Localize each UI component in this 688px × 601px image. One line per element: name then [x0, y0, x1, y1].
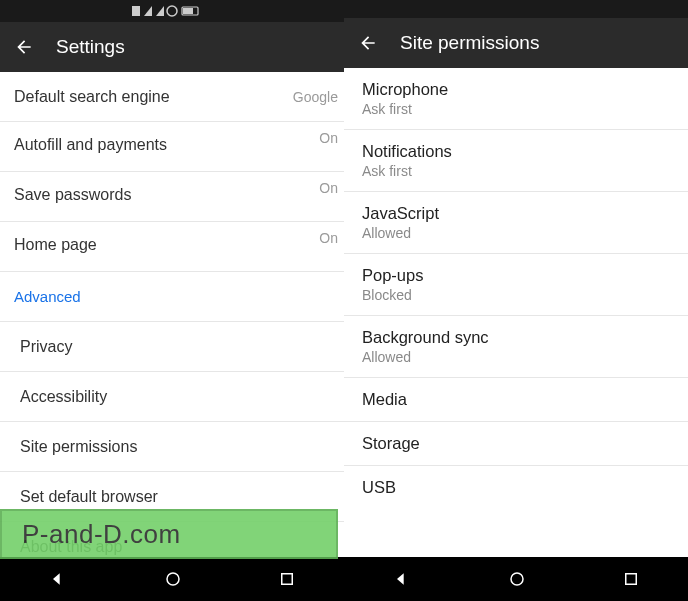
perm-notifications[interactable]: Notifications Ask first — [344, 130, 688, 192]
sub: Ask first — [362, 101, 670, 117]
perm-javascript[interactable]: JavaScript Allowed — [344, 192, 688, 254]
value: On — [319, 180, 338, 196]
settings-screen: Settings Default search engine Google Au… — [0, 0, 344, 601]
label: Autofill and payments — [14, 136, 167, 154]
sub: Blocked — [362, 287, 670, 303]
page-title: Site permissions — [400, 32, 539, 54]
nav-recent-icon[interactable] — [278, 570, 296, 588]
page-title: Settings — [56, 36, 125, 58]
svg-rect-5 — [282, 574, 293, 585]
app-bar: Settings — [0, 22, 344, 72]
app-bar: Site permissions — [344, 18, 688, 68]
value: On — [319, 130, 338, 146]
permissions-list: Microphone Ask first Notifications Ask f… — [344, 68, 688, 509]
value: On — [319, 230, 338, 246]
label: Advanced — [14, 288, 81, 305]
perm-popups[interactable]: Pop-ups Blocked — [344, 254, 688, 316]
nav-back-icon[interactable] — [48, 569, 68, 589]
perm-microphone[interactable]: Microphone Ask first — [344, 68, 688, 130]
site-permissions-screen: Site permissions Microphone Ask first No… — [344, 0, 688, 601]
nav-bar — [0, 557, 344, 601]
label: Background sync — [362, 328, 670, 347]
nav-recent-icon[interactable] — [622, 570, 640, 588]
label: Save passwords — [14, 186, 131, 204]
svg-rect-0 — [132, 6, 140, 16]
status-icons — [132, 4, 212, 18]
perm-media[interactable]: Media — [344, 378, 688, 422]
row-site-permissions[interactable]: Site permissions — [0, 422, 344, 472]
svg-rect-7 — [626, 574, 637, 585]
svg-point-4 — [167, 573, 179, 585]
status-bar — [344, 0, 688, 18]
sub: Allowed — [362, 225, 670, 241]
settings-list: Default search engine Google Autofill an… — [0, 72, 344, 572]
label: Site permissions — [14, 438, 137, 456]
label: About this app — [14, 538, 122, 556]
status-bar — [0, 0, 344, 22]
label: Home page — [14, 236, 97, 254]
svg-rect-3 — [183, 8, 193, 14]
row-search-engine[interactable]: Default search engine Google — [0, 72, 344, 122]
section-advanced: Advanced — [0, 272, 344, 322]
svg-point-6 — [511, 573, 523, 585]
label: Media — [362, 390, 670, 409]
nav-bar — [344, 557, 688, 601]
label: Privacy — [14, 338, 72, 356]
label: Default search engine — [14, 88, 170, 106]
perm-storage[interactable]: Storage — [344, 422, 688, 466]
perm-background-sync[interactable]: Background sync Allowed — [344, 316, 688, 378]
value: Google — [293, 89, 338, 105]
label: Pop-ups — [362, 266, 670, 285]
label: USB — [362, 478, 670, 497]
nav-home-icon[interactable] — [508, 570, 526, 588]
row-privacy[interactable]: Privacy — [0, 322, 344, 372]
label: Accessibility — [14, 388, 107, 406]
label: Storage — [362, 434, 670, 453]
label: Notifications — [362, 142, 670, 161]
sub: Allowed — [362, 349, 670, 365]
label: JavaScript — [362, 204, 670, 223]
svg-point-1 — [167, 6, 177, 16]
back-icon[interactable] — [358, 33, 378, 53]
row-save-passwords[interactable]: Save passwords On — [0, 172, 344, 222]
back-icon[interactable] — [14, 37, 34, 57]
row-home-page[interactable]: Home page On — [0, 222, 344, 272]
perm-usb[interactable]: USB — [344, 466, 688, 509]
row-accessibility[interactable]: Accessibility — [0, 372, 344, 422]
row-autofill[interactable]: Autofill and payments On — [0, 122, 344, 172]
nav-back-icon[interactable] — [392, 569, 412, 589]
sub: Ask first — [362, 163, 670, 179]
nav-home-icon[interactable] — [164, 570, 182, 588]
label: Microphone — [362, 80, 670, 99]
row-set-default-browser[interactable]: Set default browser — [0, 472, 344, 522]
label: Set default browser — [14, 488, 158, 506]
